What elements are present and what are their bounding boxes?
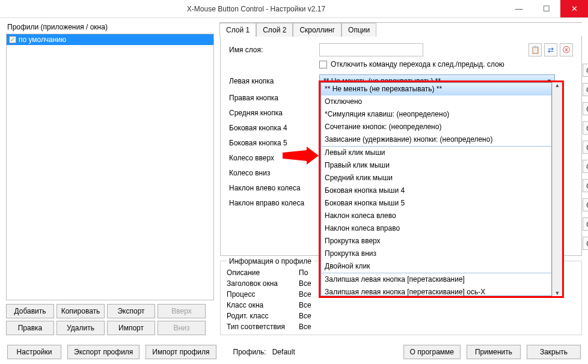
dropdown-item[interactable]: Левый клик мыши: [321, 147, 551, 159]
dropdown-item[interactable]: Наклон колеса влево: [321, 210, 551, 222]
gear-icon[interactable]: ⚙: [583, 217, 588, 231]
title-bar: X-Mouse Button Control - Настройки v2.17…: [0, 0, 588, 18]
swap-layers-icon[interactable]: ⇄: [544, 43, 557, 56]
tab-options[interactable]: Опции: [341, 23, 376, 37]
profile-label: Профиль:: [233, 348, 266, 356]
dropdown-item[interactable]: Средний клик мыши: [321, 172, 551, 184]
dropdown-item[interactable]: Прокрутка вверх: [321, 235, 551, 247]
action-dropdown-list[interactable]: ** Не менять (не перехватывать) ** Отклю…: [319, 80, 564, 298]
maximize-button[interactable]: ☐: [533, 0, 560, 17]
dropdown-item[interactable]: Двойной клик: [321, 260, 551, 273]
copy-button[interactable]: Копировать: [57, 304, 105, 318]
tab-scrolling[interactable]: Скроллинг: [293, 23, 341, 37]
close-btn[interactable]: Закрыть: [527, 345, 581, 359]
dropdown-item[interactable]: ** Не менять (не перехватывать) **: [321, 83, 551, 96]
layer-name-input[interactable]: [319, 43, 423, 56]
checkbox-icon[interactable]: ✓: [9, 36, 16, 43]
gear-icon[interactable]: ⚙: [583, 198, 588, 211]
dropdown-item[interactable]: Наклон колеса вправо: [321, 222, 551, 235]
disable-cycle-checkbox[interactable]: [319, 61, 327, 68]
up-button: Вверх: [158, 304, 206, 318]
dropdown-item[interactable]: *Симуляция клавиш: (неопределено): [321, 108, 551, 121]
profiles-label: Профили (приложения / окна): [7, 23, 214, 31]
apply-button[interactable]: Применить: [467, 345, 521, 359]
down-button: Вниз: [158, 321, 206, 335]
scroll-down-icon[interactable]: ▼: [555, 290, 560, 296]
annotation-arrow-icon: [283, 147, 319, 165]
settings-button[interactable]: Настройки: [7, 345, 61, 359]
bottom-bar: Настройки Экспорт профиля Импорт профиля…: [0, 345, 588, 359]
gear-icon[interactable]: ⚙: [583, 83, 588, 96]
import-profile-button[interactable]: Импорт профиля: [145, 345, 216, 359]
scrollbar[interactable]: ▲ ▼: [552, 82, 562, 296]
tab-layer2[interactable]: Слой 2: [256, 23, 293, 37]
export-profile-button[interactable]: Экспорт профиля: [67, 345, 139, 359]
dropdown-item[interactable]: Боковая кнопка мыши 5: [321, 197, 551, 210]
dropdown-item[interactable]: Залипшая левая кнопка [перетаскивание]: [321, 273, 551, 286]
dropdown-item[interactable]: Правый клик мыши: [321, 159, 551, 172]
about-button[interactable]: О программе: [403, 345, 461, 359]
gear-icon[interactable]: ⚙: [583, 160, 588, 173]
dropdown-item[interactable]: Боковая кнопка мыши 4: [321, 184, 551, 197]
gear-icon[interactable]: ⚙: [583, 237, 588, 250]
gear-icon[interactable]: ⚙: [583, 64, 588, 77]
profile-name: по умолчанию: [19, 35, 66, 44]
gear-icon[interactable]: ⚙: [583, 179, 588, 192]
dropdown-item[interactable]: Сочетание кнопок: (неопределено): [321, 121, 551, 133]
profile-info-title: Информация о профиле: [227, 257, 314, 265]
left-button-label: Левая кнопка: [229, 77, 319, 85]
gear-icon[interactable]: ⚙: [583, 102, 588, 115]
layer-name-label: Имя слоя:: [229, 46, 319, 54]
dropdown-item[interactable]: Прокрутка вниз: [321, 247, 551, 260]
dropdown-item[interactable]: Залипшая левая кнопка [перетаскивание] о…: [321, 286, 551, 296]
window-title: X-Mouse Button Control - Настройки v2.17: [7, 5, 505, 13]
disable-cycle-label: Отключить команду перехода к след./преды…: [331, 60, 504, 68]
profile-value: Default: [272, 348, 295, 356]
minimize-button[interactable]: —: [505, 0, 533, 17]
dropdown-item[interactable]: Отключено: [321, 96, 551, 108]
delete-button[interactable]: Удалить: [57, 321, 105, 335]
tab-layer1[interactable]: Слой 1: [219, 23, 256, 37]
gear-icon[interactable]: ⚙: [583, 141, 588, 154]
profile-list[interactable]: ✓ по умолчанию: [6, 34, 214, 300]
export-button[interactable]: Экспорт: [107, 304, 155, 318]
gear-icon[interactable]: ⚙: [583, 121, 588, 135]
dropdown-item[interactable]: Зависание (удерживание) кнопки: (неопред…: [321, 133, 551, 146]
copy-layer-icon[interactable]: 📋: [528, 43, 542, 56]
profile-item-default[interactable]: ✓ по умолчанию: [7, 34, 213, 45]
import-button[interactable]: Импорт: [107, 321, 155, 335]
edit-button[interactable]: Правка: [6, 321, 54, 335]
clear-layer-icon[interactable]: ⓧ: [560, 43, 573, 56]
close-button[interactable]: ✕: [560, 0, 588, 17]
svg-marker-0: [283, 147, 319, 165]
add-button[interactable]: Добавить: [6, 304, 54, 318]
scroll-up-icon[interactable]: ▲: [555, 82, 560, 88]
